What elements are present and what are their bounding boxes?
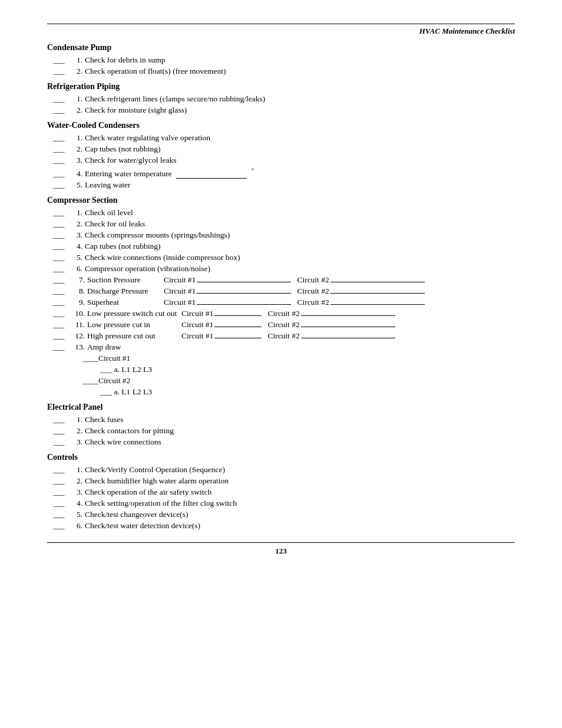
item-text: Check/test water detection device(s) xyxy=(85,521,515,531)
check-blank: ___ xyxy=(53,320,70,330)
circuit1-field[interactable] xyxy=(197,293,291,294)
check-blank: ___ xyxy=(53,510,70,519)
sub-a-label: a. L1 L2 L3 xyxy=(114,365,152,374)
list-item: ___ 2. Check humidifier high water alarm… xyxy=(47,476,515,486)
circuit1-field[interactable] xyxy=(214,315,262,316)
item-label: Suction Pressure xyxy=(87,275,164,285)
item-text: Check setting/operation of the filter cl… xyxy=(85,499,515,508)
list-item: ___ 2. Check contactors for pitting xyxy=(47,426,515,436)
check-blank: ___ xyxy=(53,476,70,486)
item-text: Check compressor mounts (springs/bushing… xyxy=(85,230,515,240)
list-item: ___ 10. Low pressure switch cut out Circ… xyxy=(47,309,515,318)
temperature-field[interactable] xyxy=(176,178,247,179)
circuit1-label: Circuit #1 xyxy=(164,298,196,307)
check-blank: ___ xyxy=(53,208,70,218)
item-label: Superheat xyxy=(87,298,164,307)
section-electrical: Electrical Panel xyxy=(47,403,515,412)
check-blank: ___ xyxy=(53,437,70,447)
list-item: ___ 1. Check/Verify Control Operation (S… xyxy=(47,465,515,475)
circuit1-label: Circuit #1 xyxy=(181,320,213,330)
item-text: Check contactors for pitting xyxy=(85,426,515,436)
list-item: ___ 13. Amp draw xyxy=(47,342,515,352)
check-blank: ___ xyxy=(53,55,70,65)
sub-sub-item: ___ a. L1 L2 L3 xyxy=(47,365,515,374)
list-item: ___ 3. Check operation of the air safety… xyxy=(47,487,515,497)
list-item: ___ 3. Check for water/glycol leaks xyxy=(47,156,515,165)
check-blank: ___ xyxy=(53,426,70,436)
item-label: Low pressure cut in xyxy=(87,320,181,330)
list-item: ___ 6. Compressor operation (vibration/n… xyxy=(47,264,515,274)
list-item: ___ 12. High pressure cut out Circuit #1… xyxy=(47,331,515,341)
list-item: ___ 6. Check/test water detection device… xyxy=(47,521,515,531)
circuit2-field[interactable] xyxy=(330,293,425,294)
circuit2-field[interactable] xyxy=(301,338,395,338)
circuit1-field[interactable] xyxy=(197,282,291,282)
list-item: ___ 3. Check wire connections xyxy=(47,437,515,447)
check-blank: ___ xyxy=(53,242,70,251)
item-text: Check oil level xyxy=(85,208,515,218)
section-controls: Controls xyxy=(47,453,515,462)
circuit2-field[interactable] xyxy=(301,315,395,316)
item-text: Check fuses xyxy=(85,415,515,424)
item-text: Check for debris in sump xyxy=(85,55,515,65)
item-text: Amp draw xyxy=(87,342,515,352)
list-item: ___ 5. Check wire connections (inside co… xyxy=(47,253,515,262)
check-blank: ___ xyxy=(53,521,70,531)
list-item: ___ 2. Cap tubes (not rubbing) xyxy=(47,144,515,154)
item-label: High pressure cut out xyxy=(87,331,181,341)
item-text: Leaving water xyxy=(85,180,515,190)
item-text: Check wire connections (inside compresso… xyxy=(85,253,515,262)
item-text: Check wire connections xyxy=(85,437,515,447)
list-item: ___ 8. Discharge Pressure Circuit #1 Cir… xyxy=(47,286,515,296)
item-text: Check refrigerant lines (clamps secure/n… xyxy=(85,94,515,104)
list-item: ___ 1. Check water regulating valve oper… xyxy=(47,133,515,143)
circuit2-label: Circuit #2 xyxy=(267,331,299,341)
circuit1-field[interactable] xyxy=(197,304,291,305)
page-number: 123 xyxy=(47,546,515,556)
check-blank: ___ xyxy=(53,230,70,240)
item-text: Check operation of float(s) (free moveme… xyxy=(85,67,515,76)
sub-item: ____Circuit #1 xyxy=(47,354,515,363)
check-blank: ___ xyxy=(53,275,70,285)
header-line xyxy=(47,24,515,24)
check-blank: ___ xyxy=(53,309,70,318)
check-blank: ___ xyxy=(53,133,70,143)
list-item: ___ 4. Check setting/operation of the fi… xyxy=(47,499,515,508)
check-blank: ___ xyxy=(53,180,70,190)
circuit1-field[interactable] xyxy=(214,338,262,338)
list-item: ___ 5. Leaving water xyxy=(47,180,515,190)
circuit2-label: Circuit #2 xyxy=(297,275,329,285)
item-text: Check water regulating valve operation xyxy=(85,133,515,143)
circuit2-field[interactable] xyxy=(330,304,425,305)
list-item: ___ 9. Superheat Circuit #1 Circuit #2 xyxy=(47,298,515,307)
check-blank: ___ xyxy=(53,331,70,341)
item-text: Check humidifier high water alarm operat… xyxy=(85,476,515,486)
item-text: Entering water temperature ° xyxy=(85,167,515,179)
circuit1-sub-label: Circuit #1 xyxy=(98,354,130,363)
item-text: Cap tubes (not rubbing) xyxy=(85,144,515,154)
check-blank: ___ xyxy=(53,144,70,154)
list-item: ___ 11. Low pressure cut in Circuit #1 C… xyxy=(47,320,515,330)
section-water-cooled: Water-Cooled Condensers xyxy=(47,121,515,130)
circuit1-label: Circuit #1 xyxy=(164,286,196,296)
list-item: ___ 5. Check/test changeover device(s) xyxy=(47,510,515,519)
check-blank: ___ xyxy=(53,487,70,497)
circuit1-field[interactable] xyxy=(214,327,262,327)
list-item: ___ 1. Check refrigerant lines (clamps s… xyxy=(47,94,515,104)
check-blank: ___ xyxy=(53,106,70,115)
circuit2-sub-label: Circuit #2 xyxy=(98,376,130,385)
section-condensate-pump: Condensate Pump xyxy=(47,43,515,52)
list-item: ___ 7. Suction Pressure Circuit #1 Circu… xyxy=(47,275,515,285)
check-blank: ___ xyxy=(53,342,70,352)
circuit2-field[interactable] xyxy=(330,282,425,282)
check-blank: ___ xyxy=(53,219,70,229)
section-compressor: Compressor Section xyxy=(47,196,515,205)
circuit2-field[interactable] xyxy=(301,327,395,327)
list-item: ___ 4. Entering water temperature ° xyxy=(47,167,515,179)
check-blank: ___ xyxy=(53,415,70,424)
item-text: Check for water/glycol leaks xyxy=(85,156,515,165)
circuit1-label: Circuit #1 xyxy=(181,331,213,341)
item-text: Check operation of the air safety switch xyxy=(85,487,515,497)
list-item: ___ 2. Check for oil leaks xyxy=(47,219,515,229)
check-blank: ___ xyxy=(53,67,70,76)
